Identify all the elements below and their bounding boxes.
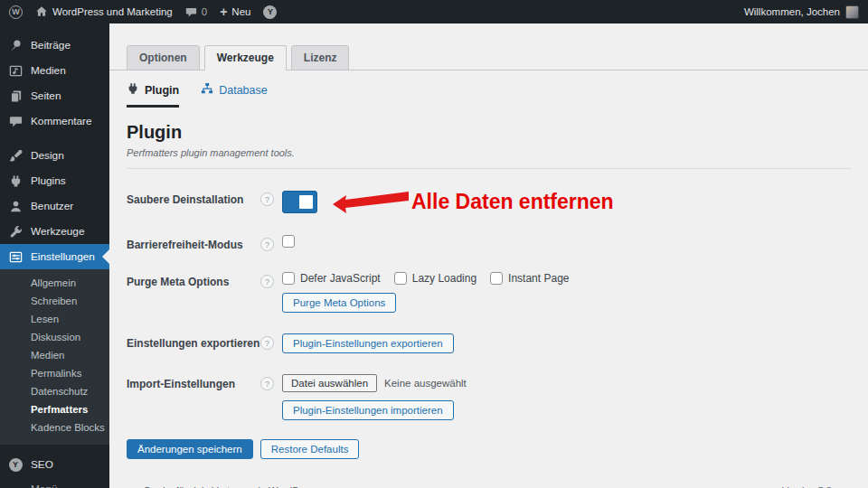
- subtab-label: Database: [219, 84, 268, 97]
- sidebar-item-plugins[interactable]: Plugins: [0, 168, 109, 193]
- save-changes-button[interactable]: Änderungen speichern: [127, 439, 253, 459]
- account-greeting[interactable]: Willkommen, Jochen: [744, 6, 840, 17]
- submenu-item-perfmatters[interactable]: Perfmatters: [0, 400, 109, 418]
- media-icon: [8, 63, 23, 78]
- wordpress-menu[interactable]: W: [9, 5, 23, 19]
- comments-bubble[interactable]: 0: [185, 6, 207, 18]
- setting-row-import: Import-Einstellungen ? Datei auswählen K…: [127, 374, 850, 420]
- tab-optionen[interactable]: Optionen: [127, 45, 200, 70]
- site-link[interactable]: WordPress und Marketing: [35, 5, 173, 18]
- setting-row-accessibility: Barrierefreiheit-Modus ?: [127, 235, 850, 251]
- sidebar-item-benutzer[interactable]: Benutzer: [0, 193, 109, 219]
- submenu-item-permalinks[interactable]: Permalinks: [0, 364, 109, 382]
- help-icon[interactable]: ?: [260, 336, 274, 350]
- help-icon[interactable]: ?: [260, 192, 274, 206]
- new-label: Neu: [231, 6, 250, 17]
- sidebar-item-label: Werkzeuge: [31, 225, 84, 238]
- action-buttons: Änderungen speichern Restore Defaults: [127, 439, 850, 459]
- annotation-text: Alle Daten entfernen: [411, 190, 614, 214]
- defer-javascript-checkbox[interactable]: [282, 272, 295, 285]
- submenu-item-diskussion[interactable]: Diskussion: [0, 328, 109, 346]
- sidebar-item-label: Plugins: [31, 174, 66, 187]
- file-status: Keine ausgewählt: [384, 378, 467, 389]
- checkbox-label: Lazy Loading: [412, 272, 476, 285]
- yoast-menu[interactable]: Y: [263, 5, 277, 19]
- sidebar-item-label: Medien: [31, 64, 66, 77]
- help-icon[interactable]: ?: [260, 275, 274, 288]
- submenu-item-datenschutz[interactable]: Datenschutz: [0, 382, 109, 400]
- new-content-menu[interactable]: + Neu: [220, 5, 250, 18]
- choose-file-button[interactable]: Datei auswählen: [282, 374, 377, 392]
- admin-bar: W WordPress und Marketing 0 + Neu Y Will…: [0, 0, 868, 23]
- home-icon: [35, 5, 48, 18]
- sidebar-item-label: SEO: [31, 458, 53, 471]
- settings-icon: [8, 249, 23, 264]
- sidebar-item-label: Kommentare: [31, 115, 92, 127]
- comment-icon: [185, 6, 197, 18]
- subtab-database[interactable]: Database: [201, 82, 268, 108]
- sidebar-item-beitraege[interactable]: Beiträge: [0, 33, 109, 58]
- subtab-label: Plugin: [145, 84, 179, 97]
- clean-uninstall-toggle[interactable]: [282, 191, 317, 213]
- help-icon[interactable]: ?: [260, 238, 274, 251]
- setting-row-clean-uninstall: Saubere Deinstallation ? Alle Daten entf…: [127, 190, 850, 214]
- wrench-icon: [8, 224, 23, 239]
- user-icon: [8, 199, 23, 213]
- paintbrush-icon: [8, 148, 23, 163]
- red-arrow-icon: [332, 190, 410, 214]
- checkbox-label: Defer JavaScript: [300, 272, 381, 285]
- setting-label: Einstellungen exportieren: [127, 333, 260, 350]
- sidebar-item-seo[interactable]: Y SEO: [0, 452, 109, 477]
- site-name: WordPress und Marketing: [52, 6, 173, 17]
- sidebar-item-werkzeuge[interactable]: Werkzeuge: [0, 219, 109, 244]
- wordpress-logo-icon: W: [9, 5, 23, 19]
- help-icon[interactable]: ?: [260, 377, 274, 390]
- purge-meta-options-button[interactable]: Purge Meta Options: [282, 293, 396, 313]
- checkbox-label: Instant Page: [508, 272, 569, 285]
- sidebar-item-seiten[interactable]: Seiten: [0, 83, 109, 108]
- subtab-plugin[interactable]: Plugin: [127, 82, 179, 108]
- plug-icon: [127, 82, 139, 98]
- instant-page-checkbox[interactable]: [490, 272, 503, 285]
- sidebar-item-label: Beiträge: [31, 39, 71, 52]
- tab-werkzeuge[interactable]: Werkzeuge: [204, 45, 287, 70]
- pages-icon: [8, 89, 23, 103]
- toggle-knob: [299, 195, 313, 209]
- submenu-item-schreiben[interactable]: Schreiben: [0, 292, 109, 310]
- yoast-icon: Y: [8, 457, 23, 472]
- setting-label: Barrierefreiheit-Modus: [127, 235, 260, 251]
- section-divider: [127, 168, 852, 169]
- setting-label: Purge Meta Options: [127, 272, 260, 288]
- tab-lizenz[interactable]: Lizenz: [291, 45, 350, 70]
- admin-sidebar: Beiträge Medien Seiten Kommentare Desi: [0, 23, 109, 488]
- lazy-loading-checkbox[interactable]: [394, 272, 407, 285]
- pin-icon: [8, 38, 23, 52]
- settings-submenu: Allgemein Schreiben Lesen Diskussion Med…: [0, 269, 109, 445]
- sidebar-item-label: Seiten: [31, 89, 61, 102]
- import-settings-button[interactable]: Plugin-Einstellungen importieren: [282, 400, 454, 420]
- sidebar-item-design[interactable]: Design: [0, 143, 109, 168]
- sub-tabs: Plugin Database: [109, 70, 868, 108]
- setting-row-purge-meta: Purge Meta Options ? Defer JavaScript La…: [127, 272, 850, 313]
- sidebar-item-medien[interactable]: Medien: [0, 58, 109, 83]
- accessibility-checkbox[interactable]: [282, 235, 295, 248]
- submenu-item-allgemein[interactable]: Allgemein: [0, 274, 109, 292]
- sidebar-item-einstellungen[interactable]: Einstellungen: [0, 244, 109, 269]
- sidebar-item-label: Design: [31, 149, 64, 162]
- submenu-item-kadence-blocks[interactable]: Kadence Blocks: [0, 418, 109, 436]
- restore-defaults-button[interactable]: Restore Defaults: [260, 439, 360, 459]
- comment-count: 0: [202, 6, 207, 17]
- submenu-item-lesen[interactable]: Lesen: [0, 310, 109, 328]
- export-settings-button[interactable]: Plugin-Einstellungen exportieren: [282, 333, 454, 353]
- admin-footer: Danke für dein Vertrauen in WordPress. V…: [127, 459, 850, 488]
- setting-label: Import-Einstellungen: [127, 374, 260, 390]
- submenu-item-medien[interactable]: Medien: [0, 346, 109, 364]
- main-content: Optionen Werkzeuge Lizenz Plugin Databas…: [109, 23, 868, 488]
- plus-icon: +: [220, 5, 227, 18]
- setting-label: Saubere Deinstallation: [127, 190, 260, 206]
- avatar[interactable]: [845, 5, 859, 19]
- collapse-menu-button[interactable]: ◀ Menü einklappen: [0, 477, 109, 488]
- nav-tabs: Optionen Werkzeuge Lizenz: [109, 23, 868, 70]
- sidebar-item-kommentare[interactable]: Kommentare: [0, 108, 109, 134]
- annotation: Alle Daten entfernen: [332, 190, 614, 214]
